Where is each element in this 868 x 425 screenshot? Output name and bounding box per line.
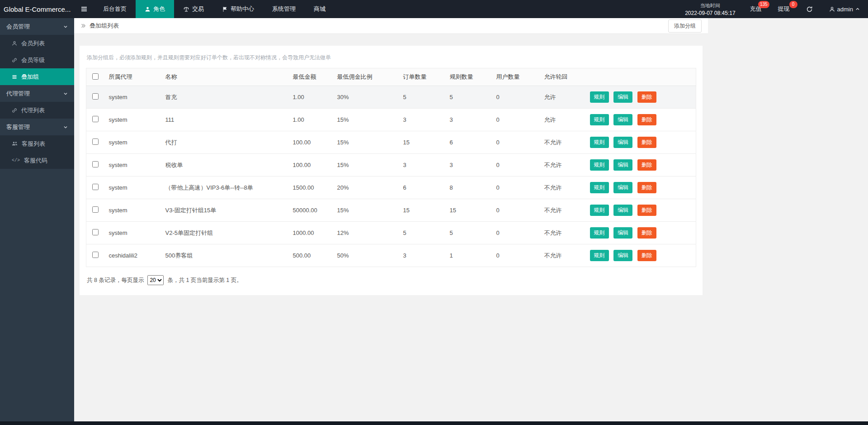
top-menu-item-trade[interactable]: 交易 xyxy=(174,0,213,18)
top-menu-item-help[interactable]: 帮助中心 xyxy=(213,0,263,18)
bottom-strip xyxy=(0,421,868,425)
col-header-agent: 所属代理 xyxy=(105,68,162,86)
page-size-select[interactable]: 20 xyxy=(147,275,164,285)
hamburger-icon[interactable] xyxy=(74,0,94,18)
cell-loop: 不允许 xyxy=(541,244,586,267)
edit-button[interactable]: 编辑 xyxy=(613,159,632,171)
col-header-loop: 允许轮回 xyxy=(541,68,586,86)
rule-button[interactable]: 规则 xyxy=(590,227,609,239)
cell-users: 0 xyxy=(493,244,541,267)
withdraw-label: 提现 xyxy=(778,5,790,13)
top-menu-item-home[interactable]: 后台首页 xyxy=(94,0,136,18)
rule-button[interactable]: 规则 xyxy=(590,250,609,261)
edit-button[interactable]: 编辑 xyxy=(613,137,632,148)
edit-button[interactable]: 编辑 xyxy=(613,114,632,125)
sidebar-group-label: 代理管理 xyxy=(6,90,30,98)
row-checkbox[interactable] xyxy=(92,252,99,258)
select-all-cell xyxy=(86,68,105,86)
cell-agent: system xyxy=(105,222,162,244)
cell-min-commission: 15% xyxy=(334,109,400,131)
cell-min-amount: 1500.00 xyxy=(289,177,334,199)
cell-name: 代打 xyxy=(162,131,289,154)
sidebar-group-label: 客服管理 xyxy=(6,123,30,131)
edit-button[interactable]: 编辑 xyxy=(613,205,632,216)
withdraw-button[interactable]: 提现 0 xyxy=(770,0,798,18)
table-row: system 代打 100.00 15% 15 6 0 不允许 规则 编辑 删除 xyxy=(86,131,696,154)
cell-agent: ceshidalili2 xyxy=(105,244,162,267)
delete-button[interactable]: 删除 xyxy=(637,250,656,261)
user-menu[interactable]: admin xyxy=(821,0,868,18)
delete-button[interactable]: 删除 xyxy=(637,137,656,148)
delete-button[interactable]: 删除 xyxy=(637,182,656,193)
cell-agent: system xyxy=(105,131,162,154)
top-menu-item-mall[interactable]: 商城 xyxy=(305,0,335,18)
sidebar-item-stack-group[interactable]: 叠加组 xyxy=(0,68,74,85)
cell-loop: 不允许 xyxy=(541,154,586,177)
edit-button[interactable]: 编辑 xyxy=(613,91,632,103)
select-all-checkbox[interactable] xyxy=(92,73,99,80)
row-checkbox[interactable] xyxy=(92,184,99,190)
scale-icon xyxy=(183,6,189,12)
row-checkbox[interactable] xyxy=(92,116,99,122)
cell-rules: 5 xyxy=(446,222,493,244)
row-checkbox[interactable] xyxy=(92,229,99,235)
time-label: 当地时间 xyxy=(685,2,735,9)
edit-button[interactable]: 编辑 xyxy=(613,182,632,193)
rule-button[interactable]: 规则 xyxy=(590,91,609,103)
breadcrumb: 叠加组列表 添加分组 xyxy=(74,18,708,34)
table-row: system V3-固定打针组15单 50000.00 15% 15 15 0 … xyxy=(86,199,696,222)
edit-button[interactable]: 编辑 xyxy=(613,250,632,261)
cell-name: V2-5单固定打针组 xyxy=(162,222,289,244)
person-icon xyxy=(145,6,151,12)
row-check-cell xyxy=(86,131,105,154)
content-card: 添加分组后，必须添加规则，并且规则需要对应好订单个数，若出现不对称情况，会导致用… xyxy=(80,46,703,295)
delete-button[interactable]: 删除 xyxy=(637,205,656,216)
rule-button[interactable]: 规则 xyxy=(590,182,609,193)
sidebar-group-members[interactable]: 会员管理 xyxy=(0,18,74,35)
pagination-prefix: 共 8 条记录，每页显示 xyxy=(87,277,144,284)
sidebar-group-support[interactable]: 客服管理 xyxy=(0,119,74,135)
hint-text: 添加分组后，必须添加规则，并且规则需要对应好订单个数，若出现不对称情况，会导致用… xyxy=(87,54,695,62)
sidebar-item-member-level[interactable]: 会员等级 xyxy=(0,52,74,68)
cell-min-commission: 15% xyxy=(334,199,400,222)
sidebar-item-support-list[interactable]: 客服列表 xyxy=(0,135,74,152)
cell-min-amount: 1.00 xyxy=(289,86,334,109)
rule-button[interactable]: 规则 xyxy=(590,137,609,148)
recharge-badge: 135 xyxy=(758,1,769,8)
rule-button[interactable]: 规则 xyxy=(590,114,609,125)
sidebar-item-support-code[interactable]: </> 客服代码 xyxy=(0,152,74,169)
sidebar-group-agents[interactable]: 代理管理 xyxy=(0,85,74,102)
cell-min-amount: 1000.00 xyxy=(289,222,334,244)
cell-users: 0 xyxy=(493,222,541,244)
add-group-button[interactable]: 添加分组 xyxy=(668,19,702,33)
cell-users: 0 xyxy=(493,199,541,222)
cell-rules: 15 xyxy=(446,199,493,222)
delete-button[interactable]: 删除 xyxy=(637,227,656,239)
col-header-name: 名称 xyxy=(162,68,289,86)
row-actions: 规则 编辑 删除 xyxy=(586,199,696,222)
row-checkbox[interactable] xyxy=(92,161,99,167)
rule-button[interactable]: 规则 xyxy=(590,159,609,171)
delete-button[interactable]: 删除 xyxy=(637,114,656,125)
row-check-cell xyxy=(86,244,105,267)
top-menu-item-system[interactable]: 系统管理 xyxy=(263,0,305,18)
row-checkbox[interactable] xyxy=(92,138,99,145)
refresh-button[interactable] xyxy=(798,0,821,18)
cell-name: 首充 xyxy=(162,86,289,109)
sidebar-item-member-list[interactable]: 会员列表 xyxy=(0,35,74,52)
edit-button[interactable]: 编辑 xyxy=(613,227,632,239)
sidebar: 会员管理 会员列表 会员等级 叠加组 代理管理 代理列表 客服管理 xyxy=(0,18,74,421)
row-checkbox[interactable] xyxy=(92,206,99,213)
table-row: system V2-5单固定打针组 1000.00 12% 5 5 0 不允许 … xyxy=(86,222,696,244)
delete-button[interactable]: 删除 xyxy=(637,91,656,103)
row-checkbox[interactable] xyxy=(92,93,99,100)
sidebar-group-label: 会员管理 xyxy=(6,23,30,31)
rule-button[interactable]: 规则 xyxy=(590,205,609,216)
delete-button[interactable]: 删除 xyxy=(637,159,656,171)
cell-min-commission: 30% xyxy=(334,86,400,109)
recharge-button[interactable]: 充值 135 xyxy=(742,0,770,18)
sidebar-item-agent-list[interactable]: 代理列表 xyxy=(0,102,74,119)
withdraw-badge: 0 xyxy=(789,1,797,8)
top-menu-item-roles[interactable]: 角色 xyxy=(136,0,174,18)
cell-min-amount: 1.00 xyxy=(289,109,334,131)
